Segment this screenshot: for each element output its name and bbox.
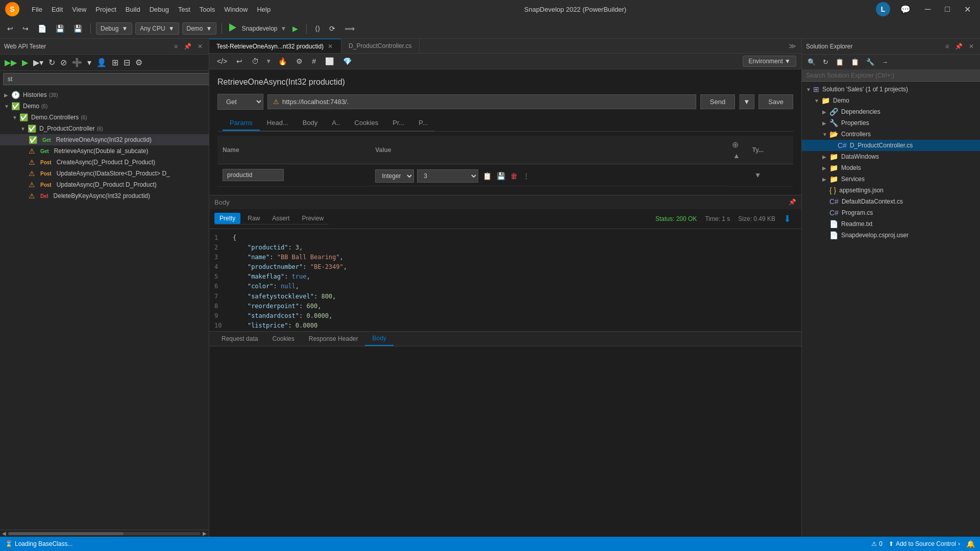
back-button[interactable]: ↩ xyxy=(4,22,16,35)
panel-pin-btn[interactable]: 📌 xyxy=(182,42,193,51)
editor-timer-dropdown[interactable]: ▼ xyxy=(265,58,272,65)
add-dropdown-btn[interactable]: ▾ xyxy=(86,57,93,68)
req-tab-params[interactable]: Params xyxy=(223,116,260,131)
maximize-button[interactable]: □ xyxy=(941,3,954,16)
api-search-input[interactable] xyxy=(3,73,212,85)
sol-item-demo[interactable]: ▼ 📁 Demo xyxy=(802,95,980,106)
download-response-btn[interactable]: ⬇ xyxy=(783,213,791,224)
forward-button[interactable]: ↪ xyxy=(19,22,32,35)
sol-item-readme[interactable]: ▶ 📄 Readme.txt xyxy=(802,218,980,230)
expand-btn[interactable]: ⊞ xyxy=(110,57,120,68)
sol-toggle-btn[interactable]: ≡ xyxy=(943,42,951,51)
sol-item-controllers[interactable]: ▼ 📂 Controllers xyxy=(802,129,980,140)
menu-build[interactable]: Build xyxy=(121,4,144,15)
run-btn[interactable]: ▶ xyxy=(20,57,30,68)
tree-item-retrieve-one[interactable]: ✅ Get RetrieveOneAsync(Int32 productid) xyxy=(0,134,209,145)
scroll-left-btn[interactable]: ◀ xyxy=(2,531,6,536)
environment-dropdown[interactable]: Environment ▼ xyxy=(743,56,796,67)
tree-item-update[interactable]: ⚠ Post UpdateAsync(D_Product D_Product) xyxy=(0,179,209,190)
run-with-options-btn[interactable]: ▶▾ xyxy=(32,57,45,68)
chat-button[interactable]: 💬 xyxy=(896,3,915,16)
platform-dropdown[interactable]: Any CPU ▼ xyxy=(135,22,179,35)
sol-item-dependencies[interactable]: ▶ 🔗 Dependencies xyxy=(802,106,980,117)
param-type-select[interactable]: Integer xyxy=(375,169,414,183)
sol-item-models[interactable]: ▶ 📁 Models xyxy=(802,162,980,173)
menu-test[interactable]: Test xyxy=(174,4,194,15)
param-value-select[interactable]: 3 xyxy=(417,169,478,183)
run-all-btn[interactable]: ▶▶ xyxy=(3,57,18,68)
toolbar-btn-1[interactable]: ⟨⟩ xyxy=(312,22,323,35)
body-tab-assert[interactable]: Assert xyxy=(267,213,295,224)
method-select[interactable]: Get xyxy=(217,94,263,110)
params-scroll-up-btn[interactable]: ▲ xyxy=(731,151,742,161)
body-pin-btn[interactable]: 📌 xyxy=(789,198,796,206)
req-tab-post[interactable]: P... xyxy=(411,116,435,131)
sol-item-csproj-user[interactable]: ▶ 📄 Snapdevelop.csproj.user xyxy=(802,230,980,241)
close-button[interactable]: ✕ xyxy=(960,3,975,16)
user-avatar[interactable]: L xyxy=(876,2,890,16)
menu-file[interactable]: File xyxy=(28,4,46,15)
tree-item-demo[interactable]: ▼ ✅ Demo (6) xyxy=(0,101,209,112)
collapse-btn[interactable]: ⊟ xyxy=(122,57,132,68)
save-button[interactable]: 💾 xyxy=(53,22,67,35)
save-request-btn[interactable]: Save xyxy=(758,94,793,109)
run-start-button[interactable]: ▶ xyxy=(289,22,301,35)
tab-overflow-btn[interactable]: ≫ xyxy=(783,39,801,53)
run-button[interactable] xyxy=(227,21,238,35)
sol-item-appsettings[interactable]: ▶ { } appsettings.json xyxy=(802,185,980,196)
toolbar-btn-2[interactable]: ⟳ xyxy=(326,22,338,35)
add-to-source-control-btn[interactable]: ⬆ Add to Source Control › xyxy=(889,540,960,547)
sol-pin-btn[interactable]: 📌 xyxy=(953,42,965,51)
menu-view[interactable]: View xyxy=(68,4,90,15)
sol-item-d-product-controller-cs[interactable]: ▶ C# D_ProductController.cs xyxy=(802,140,980,151)
minimize-button[interactable]: ─ xyxy=(921,3,935,16)
req-tab-cookies[interactable]: Cookies xyxy=(347,116,385,131)
panel-toggle-btn[interactable]: ≡ xyxy=(172,42,180,51)
horizontal-scrollbar[interactable]: ◀ ▶ xyxy=(0,530,209,537)
panel-close-btn[interactable]: ✕ xyxy=(195,42,205,51)
resp-tab-request-data[interactable]: Request data xyxy=(214,332,265,345)
sol-item-datawindows[interactable]: ▶ 📁 DataWindows xyxy=(802,151,980,162)
param-save-btn[interactable]: 💾 xyxy=(495,170,507,182)
new-file-button[interactable]: 📄 xyxy=(35,22,50,35)
project-dropdown[interactable]: Demo ▼ xyxy=(182,22,217,35)
param-name-input[interactable] xyxy=(223,169,284,181)
tab-d-product-controller[interactable]: D_ProductController.cs xyxy=(341,39,419,53)
sol-copy2-btn[interactable]: 📋 xyxy=(848,57,862,67)
send-btn-visible[interactable]: Send xyxy=(700,94,735,109)
editor-settings-btn[interactable]: ⚙ xyxy=(293,56,305,67)
sol-search-input[interactable] xyxy=(802,70,980,82)
editor-code-btn[interactable]: </> xyxy=(214,56,230,67)
menu-tools[interactable]: Tools xyxy=(195,4,219,15)
sol-item-properties[interactable]: ▶ 🔧 Properties xyxy=(802,117,980,129)
editor-fire-btn[interactable]: 🔥 xyxy=(276,56,289,67)
sol-item-services[interactable]: ▶ 📁 Services xyxy=(802,173,980,185)
refresh-btn[interactable]: ↻ xyxy=(47,57,57,68)
editor-chip-btn[interactable]: 💎 xyxy=(340,56,354,67)
sol-refresh-btn[interactable]: ↻ xyxy=(820,57,831,67)
sol-close-btn[interactable]: ✕ xyxy=(967,42,976,51)
editor-timer-btn[interactable]: ⏱ xyxy=(249,56,261,67)
sol-sync-btn[interactable]: 🔍 xyxy=(805,57,818,67)
tree-item-d-product-controller[interactable]: ▼ ✅ D_ProductController (6) xyxy=(0,123,209,134)
menu-project[interactable]: Project xyxy=(91,4,120,15)
scrollbar-track[interactable] xyxy=(8,532,201,535)
settings-btn[interactable]: ⚙ xyxy=(134,57,144,68)
stop-btn[interactable]: ⊘ xyxy=(59,57,68,68)
sol-item-program-cs[interactable]: ▶ C# Program.cs xyxy=(802,207,980,218)
param-copy-btn[interactable]: 📋 xyxy=(481,170,493,182)
add-btn[interactable]: ➕ xyxy=(70,57,84,68)
menu-help[interactable]: Help xyxy=(253,4,275,15)
menu-debug[interactable]: Debug xyxy=(145,4,173,15)
send-dropdown-btn[interactable]: ▼ xyxy=(739,94,754,109)
scroll-right-btn[interactable]: ▶ xyxy=(203,531,207,536)
body-tab-raw[interactable]: Raw xyxy=(242,213,265,224)
sol-item-solution[interactable]: ▼ ⊞ Solution 'Sales' (1 of 1 projects) xyxy=(802,84,980,95)
tree-item-histories[interactable]: ▶ 🕐 Histories (38) xyxy=(0,89,209,101)
param-delete-btn[interactable]: 🗑 xyxy=(509,170,519,182)
editor-undo-btn[interactable]: ↩ xyxy=(234,56,245,67)
tab-test-retrieve[interactable]: Test-RetrieveOneAsyn...nt32 productid) ✕ xyxy=(209,39,341,53)
notification-bell-btn[interactable]: 🔔 xyxy=(966,540,975,548)
save-all-button[interactable]: 💾 xyxy=(70,22,85,35)
req-tab-body[interactable]: Body xyxy=(296,116,325,131)
